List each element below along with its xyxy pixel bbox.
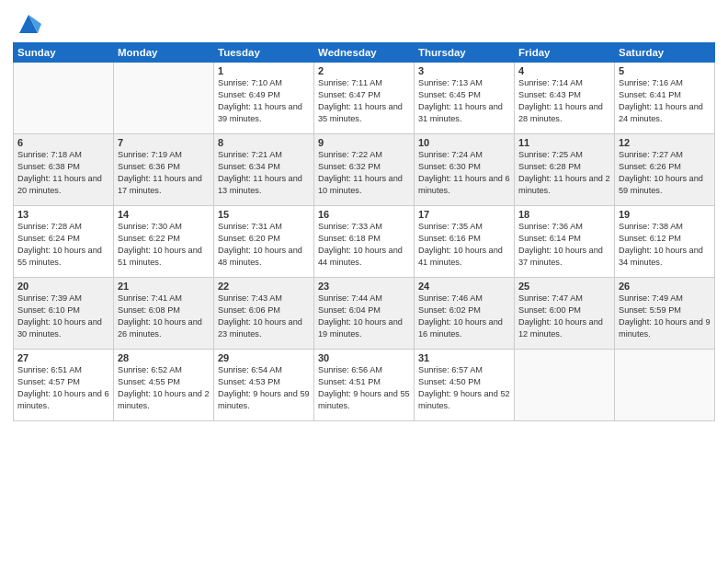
sunrise-text: Sunrise: 7:38 AM bbox=[619, 222, 683, 231]
sunset-text: Sunset: 6:38 PM bbox=[17, 162, 80, 171]
sunset-text: Sunset: 6:28 PM bbox=[518, 162, 581, 171]
calendar-cell: 16Sunrise: 7:33 AMSunset: 6:18 PMDayligh… bbox=[314, 206, 415, 278]
day-number: 26 bbox=[619, 281, 711, 292]
daylight-text: Daylight: 10 hours and 41 minutes. bbox=[418, 246, 503, 267]
sunset-text: Sunset: 6:22 PM bbox=[118, 234, 180, 243]
calendar-cell: 17Sunrise: 7:35 AMSunset: 6:16 PMDayligh… bbox=[415, 206, 515, 278]
sunset-text: Sunset: 5:59 PM bbox=[619, 305, 681, 315]
day-info: Sunrise: 7:19 AMSunset: 6:36 PMDaylight:… bbox=[118, 149, 210, 197]
sunset-text: Sunset: 6:30 PM bbox=[418, 162, 481, 171]
calendar-cell: 19Sunrise: 7:38 AMSunset: 6:12 PMDayligh… bbox=[615, 206, 715, 278]
daylight-text: Daylight: 10 hours and 16 minutes. bbox=[418, 317, 503, 339]
calendar-cell: 5Sunrise: 7:16 AMSunset: 6:41 PMDaylight… bbox=[615, 63, 715, 134]
daylight-text: Daylight: 10 hours and 30 minutes. bbox=[17, 317, 102, 339]
daylight-text: Daylight: 11 hours and 35 minutes. bbox=[318, 102, 403, 123]
day-number: 30 bbox=[318, 352, 410, 363]
day-info: Sunrise: 7:18 AMSunset: 6:38 PMDaylight:… bbox=[17, 149, 109, 197]
calendar-cell: 22Sunrise: 7:43 AMSunset: 6:06 PMDayligh… bbox=[214, 278, 314, 350]
daylight-text: Daylight: 10 hours and 9 minutes. bbox=[619, 317, 711, 339]
day-number: 7 bbox=[118, 137, 210, 148]
calendar-cell: 13Sunrise: 7:28 AMSunset: 6:24 PMDayligh… bbox=[14, 206, 114, 278]
sunrise-text: Sunrise: 6:54 AM bbox=[218, 365, 282, 374]
daylight-text: Daylight: 11 hours and 17 minutes. bbox=[118, 174, 202, 195]
sunset-text: Sunset: 4:50 PM bbox=[418, 377, 481, 386]
daylight-text: Daylight: 11 hours and 31 minutes. bbox=[418, 102, 503, 123]
day-info: Sunrise: 7:49 AMSunset: 5:59 PMDaylight:… bbox=[619, 293, 711, 340]
calendar-cell: 1Sunrise: 7:10 AMSunset: 6:49 PMDaylight… bbox=[214, 63, 314, 134]
day-number: 3 bbox=[418, 65, 510, 76]
day-number: 27 bbox=[17, 352, 109, 363]
daylight-text: Daylight: 9 hours and 59 minutes. bbox=[218, 389, 310, 410]
day-info: Sunrise: 6:52 AMSunset: 4:55 PMDaylight:… bbox=[118, 364, 210, 412]
calendar-cell: 18Sunrise: 7:36 AMSunset: 6:14 PMDayligh… bbox=[515, 206, 615, 278]
sunrise-text: Sunrise: 7:11 AM bbox=[318, 78, 382, 87]
calendar-cell: 21Sunrise: 7:41 AMSunset: 6:08 PMDayligh… bbox=[114, 278, 214, 350]
calendar-cell: 26Sunrise: 7:49 AMSunset: 5:59 PMDayligh… bbox=[615, 278, 715, 350]
logo bbox=[13, 11, 41, 37]
sunset-text: Sunset: 6:43 PM bbox=[518, 90, 581, 99]
daylight-text: Daylight: 10 hours and 51 minutes. bbox=[118, 246, 202, 267]
day-info: Sunrise: 7:25 AMSunset: 6:28 PMDaylight:… bbox=[518, 149, 610, 197]
daylight-text: Daylight: 10 hours and 2 minutes. bbox=[118, 389, 210, 410]
header bbox=[13, 11, 715, 37]
daylight-text: Daylight: 10 hours and 48 minutes. bbox=[218, 246, 302, 267]
calendar-cell: 27Sunrise: 6:51 AMSunset: 4:57 PMDayligh… bbox=[14, 350, 114, 421]
calendar-cell: 7Sunrise: 7:19 AMSunset: 6:36 PMDaylight… bbox=[114, 134, 214, 206]
calendar-cell: 9Sunrise: 7:22 AMSunset: 6:32 PMDaylight… bbox=[314, 134, 415, 206]
calendar-week-row: 1Sunrise: 7:10 AMSunset: 6:49 PMDaylight… bbox=[14, 63, 715, 134]
day-info: Sunrise: 7:21 AMSunset: 6:34 PMDaylight:… bbox=[218, 149, 310, 197]
day-number: 2 bbox=[318, 65, 410, 76]
day-info: Sunrise: 7:22 AMSunset: 6:32 PMDaylight:… bbox=[318, 149, 410, 197]
calendar-cell: 14Sunrise: 7:30 AMSunset: 6:22 PMDayligh… bbox=[114, 206, 214, 278]
day-info: Sunrise: 7:10 AMSunset: 6:49 PMDaylight:… bbox=[218, 77, 310, 125]
daylight-text: Daylight: 10 hours and 44 minutes. bbox=[318, 246, 403, 267]
sunrise-text: Sunrise: 6:51 AM bbox=[17, 365, 82, 374]
daylight-text: Daylight: 10 hours and 26 minutes. bbox=[118, 317, 202, 339]
day-number: 25 bbox=[518, 281, 610, 292]
sunrise-text: Sunrise: 7:35 AM bbox=[418, 222, 483, 231]
day-header-monday: Monday bbox=[114, 43, 214, 63]
calendar-week-row: 20Sunrise: 7:39 AMSunset: 6:10 PMDayligh… bbox=[14, 278, 715, 350]
day-number: 1 bbox=[218, 65, 310, 76]
daylight-text: Daylight: 10 hours and 34 minutes. bbox=[619, 246, 703, 267]
sunrise-text: Sunrise: 7:13 AM bbox=[418, 78, 483, 87]
day-info: Sunrise: 7:31 AMSunset: 6:20 PMDaylight:… bbox=[218, 221, 310, 269]
sunrise-text: Sunrise: 7:39 AM bbox=[17, 293, 82, 303]
day-info: Sunrise: 7:35 AMSunset: 6:16 PMDaylight:… bbox=[418, 221, 510, 269]
day-header-thursday: Thursday bbox=[415, 43, 515, 63]
calendar-cell: 11Sunrise: 7:25 AMSunset: 6:28 PMDayligh… bbox=[515, 134, 615, 206]
sunset-text: Sunset: 6:02 PM bbox=[418, 305, 481, 315]
day-number: 19 bbox=[619, 209, 711, 220]
day-info: Sunrise: 6:57 AMSunset: 4:50 PMDaylight:… bbox=[418, 364, 510, 412]
sunset-text: Sunset: 6:45 PM bbox=[418, 90, 481, 99]
day-info: Sunrise: 7:33 AMSunset: 6:18 PMDaylight:… bbox=[318, 221, 410, 269]
daylight-text: Daylight: 9 hours and 52 minutes. bbox=[418, 389, 510, 410]
calendar-cell bbox=[114, 63, 214, 134]
day-number: 29 bbox=[218, 352, 310, 363]
day-info: Sunrise: 7:47 AMSunset: 6:00 PMDaylight:… bbox=[518, 293, 610, 340]
sunrise-text: Sunrise: 6:57 AM bbox=[418, 365, 483, 374]
day-number: 16 bbox=[318, 209, 410, 220]
day-info: Sunrise: 7:24 AMSunset: 6:30 PMDaylight:… bbox=[418, 149, 510, 197]
calendar-cell: 12Sunrise: 7:27 AMSunset: 6:26 PMDayligh… bbox=[615, 134, 715, 206]
sunset-text: Sunset: 6:34 PM bbox=[218, 162, 280, 171]
sunset-text: Sunset: 4:51 PM bbox=[318, 377, 381, 386]
calendar-cell bbox=[515, 350, 615, 421]
day-number: 12 bbox=[619, 137, 711, 148]
calendar-cell bbox=[14, 63, 114, 134]
sunrise-text: Sunrise: 7:14 AM bbox=[518, 78, 583, 87]
sunrise-text: Sunrise: 7:44 AM bbox=[318, 293, 382, 303]
day-header-friday: Friday bbox=[515, 43, 615, 63]
sunset-text: Sunset: 6:12 PM bbox=[619, 234, 681, 243]
day-info: Sunrise: 7:13 AMSunset: 6:45 PMDaylight:… bbox=[418, 77, 510, 125]
sunrise-text: Sunrise: 7:46 AM bbox=[418, 293, 483, 303]
day-number: 31 bbox=[418, 352, 510, 363]
day-number: 23 bbox=[318, 281, 410, 292]
daylight-text: Daylight: 9 hours and 55 minutes. bbox=[318, 389, 410, 410]
sunset-text: Sunset: 6:10 PM bbox=[17, 305, 80, 315]
sunrise-text: Sunrise: 7:33 AM bbox=[318, 222, 382, 231]
sunrise-text: Sunrise: 6:52 AM bbox=[118, 365, 182, 374]
day-info: Sunrise: 7:14 AMSunset: 6:43 PMDaylight:… bbox=[518, 77, 610, 125]
daylight-text: Daylight: 11 hours and 20 minutes. bbox=[17, 174, 102, 195]
day-info: Sunrise: 7:16 AMSunset: 6:41 PMDaylight:… bbox=[619, 77, 711, 125]
